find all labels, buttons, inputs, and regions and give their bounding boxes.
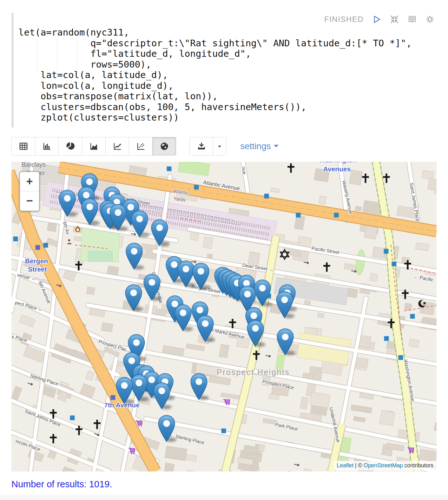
run-icon[interactable] xyxy=(372,15,381,24)
map-point-square[interactable] xyxy=(111,395,115,400)
zeppelin-page: FINISHED xyxy=(0,13,448,500)
chart-type-pie-chart-button[interactable] xyxy=(58,137,82,155)
map-label-station: 7th Avenue xyxy=(104,401,140,409)
map-point-square[interactable] xyxy=(264,194,269,198)
status-label: FINISHED xyxy=(324,15,364,24)
compress-icon[interactable] xyxy=(390,15,399,24)
chart-type-map-globe-button[interactable] xyxy=(152,137,176,155)
attribution-separator: | © xyxy=(353,462,364,469)
map-point-square[interactable] xyxy=(221,428,226,433)
map-point-square[interactable] xyxy=(167,166,172,171)
map-point-square[interactable] xyxy=(194,185,199,189)
zoom-in-button[interactable]: + xyxy=(20,172,39,191)
map-point-square[interactable] xyxy=(13,236,18,241)
bottom-strip xyxy=(0,495,448,500)
pie-chart-icon xyxy=(66,141,75,151)
map-attribution: Leaflet | © OpenStreetMap contributors xyxy=(334,461,437,470)
bar-chart-icon xyxy=(42,141,52,151)
map[interactable]: BarclaysCenterAtlantic AvenueAtlanticYar… xyxy=(11,162,437,471)
map-point-square[interactable] xyxy=(70,415,75,420)
map-label-street: nue xyxy=(241,166,247,174)
settings-button[interactable]: settings xyxy=(240,137,279,155)
chart-type-buttons xyxy=(11,137,176,155)
map-point-square[interactable] xyxy=(36,245,40,250)
map-point-square[interactable] xyxy=(334,213,339,217)
line-chart-icon xyxy=(113,141,122,151)
paragraph-gutter xyxy=(11,13,14,128)
map-label-neighborhood: Prospect Heights xyxy=(217,368,290,377)
leaflet-link[interactable]: Leaflet xyxy=(337,462,354,469)
map-zoom-control: + − xyxy=(19,171,40,211)
map-globe-icon xyxy=(160,141,169,151)
results-count: Number of results: 1019. xyxy=(11,479,437,490)
chart-type-bar-chart-button[interactable] xyxy=(35,137,59,155)
map-point-square[interactable] xyxy=(43,243,48,247)
visualization-toolbar: settings xyxy=(11,137,437,155)
map-point-square[interactable] xyxy=(384,249,389,253)
map-point-square[interactable] xyxy=(296,213,301,217)
map-label-station: Washington xyxy=(319,162,356,164)
download-options-caret[interactable] xyxy=(213,137,226,155)
map-point-square[interactable] xyxy=(399,355,403,360)
chart-type-area-chart-button[interactable] xyxy=(82,137,106,155)
paragraph-header: FINISHED xyxy=(14,13,437,26)
indent-guide xyxy=(37,39,37,71)
attribution-suffix: contributors xyxy=(403,462,433,469)
map-point-square[interactable] xyxy=(392,261,397,266)
map-label-station: Avenues xyxy=(323,165,351,173)
map-point-square[interactable] xyxy=(384,336,389,341)
map-label-area: Barclays xyxy=(22,162,46,168)
download-group xyxy=(189,137,226,155)
map-canvas[interactable]: BarclaysCenterAtlantic AvenueAtlanticYar… xyxy=(11,162,437,471)
indent-guide xyxy=(77,39,77,71)
map-point-square[interactable] xyxy=(410,314,415,319)
gear-icon[interactable] xyxy=(425,15,435,24)
scatter-chart-icon xyxy=(136,141,146,151)
chart-type-line-chart-button[interactable] xyxy=(105,137,129,155)
map-label-station: Bergen xyxy=(25,257,48,265)
zoom-out-button[interactable]: − xyxy=(20,191,39,211)
chart-type-scatter-chart-button[interactable] xyxy=(129,137,153,155)
book-icon[interactable] xyxy=(407,15,417,24)
area-chart-icon xyxy=(89,141,99,151)
indent-guide xyxy=(57,39,57,71)
openstreetmap-link[interactable]: OpenStreetMap xyxy=(364,462,403,469)
table-icon xyxy=(19,141,28,151)
settings-label: settings xyxy=(240,141,271,151)
download-button[interactable] xyxy=(189,137,213,155)
code-paragraph: FINISHED xyxy=(11,13,437,128)
map-label-station: Street xyxy=(28,266,47,273)
chart-type-table-button[interactable] xyxy=(11,137,35,155)
chevron-down-icon xyxy=(274,144,279,148)
